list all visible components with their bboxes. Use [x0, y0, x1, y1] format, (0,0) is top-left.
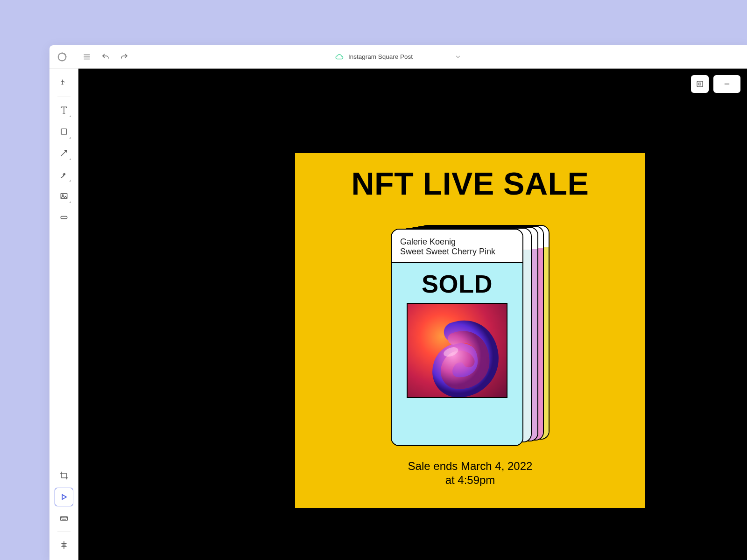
preview-tool[interactable]: [55, 488, 73, 506]
hamburger-menu-icon[interactable]: [80, 50, 93, 63]
svg-point-14: [61, 518, 62, 518]
svg-rect-12: [60, 517, 67, 520]
card-body: SOLD: [392, 263, 522, 445]
sale-end-text[interactable]: Sale ends March 4, 2022 at 4:59pm: [295, 459, 645, 487]
select-tool[interactable]: [55, 74, 73, 93]
left-toolbar: [49, 69, 78, 560]
svg-point-18: [66, 518, 66, 518]
sale-end-line2: at 4:59pm: [445, 474, 495, 486]
align-tool[interactable]: [55, 536, 73, 554]
card-artwork-image[interactable]: [407, 303, 507, 398]
headline-text[interactable]: NFT LIVE SALE: [295, 165, 645, 202]
cloud-sync-icon: [335, 53, 344, 61]
sale-end-line1: Sale ends March 4, 2022: [408, 460, 533, 472]
pen-tool[interactable]: [55, 165, 73, 184]
svg-point-4: [62, 80, 63, 80]
svg-point-15: [63, 518, 63, 518]
top-bar: Instagram Square Post: [49, 45, 747, 69]
svg-rect-23: [697, 81, 703, 87]
image-tool[interactable]: [55, 187, 73, 205]
card-gallery-name[interactable]: Galerie Koenig: [400, 237, 514, 247]
artboard[interactable]: NFT LIVE SALE Galerie Koenig Sweet Sweet…: [295, 153, 645, 508]
svg-point-16: [63, 518, 64, 518]
toolbar-separator: [57, 532, 70, 532]
swirl-graphic: [410, 306, 507, 398]
shape-tool[interactable]: [55, 122, 73, 141]
undo-icon[interactable]: [99, 50, 112, 63]
button-tool[interactable]: [55, 208, 73, 227]
document-title-dropdown[interactable]: Instagram Square Post: [330, 50, 467, 64]
app-window: Instagram Square Post: [49, 45, 747, 560]
canvas[interactable]: NFT LIVE SALE Galerie Koenig Sweet Sweet…: [78, 69, 747, 560]
app-logo[interactable]: [56, 51, 68, 63]
document-title: Instagram Square Post: [348, 53, 413, 60]
line-tool[interactable]: [55, 144, 73, 162]
card-header: Galerie Koenig Sweet Sweet Cherry Pink: [392, 230, 522, 263]
keyboard-tool[interactable]: [55, 509, 73, 528]
text-tool[interactable]: [55, 101, 73, 119]
toolbar-separator: [57, 97, 70, 97]
svg-rect-8: [61, 193, 67, 199]
svg-line-6: [61, 150, 67, 156]
card-artwork-title[interactable]: Sweet Sweet Cherry Pink: [400, 247, 514, 257]
card-status-text[interactable]: SOLD: [422, 269, 493, 298]
zoom-control[interactable]: [713, 75, 740, 93]
app-body: NFT LIVE SALE Galerie Koenig Sweet Sweet…: [49, 69, 747, 560]
chevron-down-icon: [455, 54, 461, 60]
card-stack[interactable]: Galerie Koenig Sweet Sweet Cherry Pink S…: [391, 229, 550, 448]
svg-marker-11: [62, 495, 66, 500]
svg-rect-5: [61, 129, 67, 134]
redo-icon[interactable]: [118, 50, 131, 63]
page-background: Instagram Square Post: [0, 0, 747, 560]
crop-tool[interactable]: [55, 466, 73, 485]
svg-rect-10: [61, 217, 67, 219]
nft-card-front[interactable]: Galerie Koenig Sweet Sweet Cherry Pink S…: [391, 229, 523, 446]
svg-rect-24: [699, 83, 701, 85]
svg-point-17: [65, 518, 65, 518]
canvas-controls: [691, 75, 740, 93]
fit-screen-button[interactable]: [691, 75, 709, 93]
